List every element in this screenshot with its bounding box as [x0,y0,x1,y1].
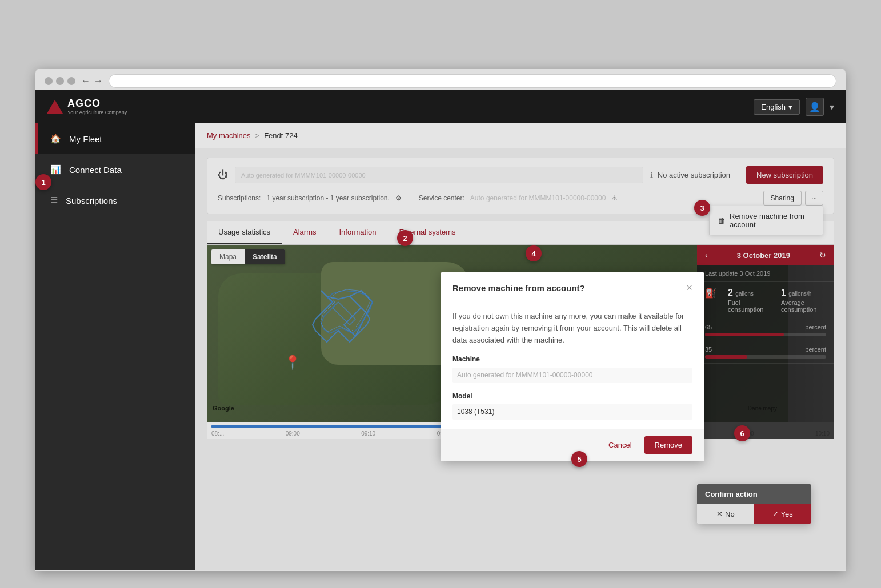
confirm-action-box: Confirm action ✕ No ✓ Yes [697,484,811,524]
sidebar: 🏠 My Fleet 📊 Connect Data ☰ Subscription… [35,123,195,570]
confirm-buttons: ✕ No ✓ Yes [697,504,811,524]
modal-model-value: 1038 (T531) [452,404,692,420]
browser-dot-red[interactable] [45,77,53,85]
step-badge-4: 4 [526,245,542,261]
confirm-yes-button[interactable]: ✓ Yes [754,504,811,524]
modal-description: If you do not own this machine any more,… [452,311,692,346]
chart-icon: 📊 [50,164,61,175]
browser-nav: ← → [81,76,103,86]
header-right: English ▾ 👤 ▾ [754,98,834,116]
logo-text: AGCO [67,98,101,109]
sidebar-label-my-fleet: My Fleet [69,134,102,144]
back-button[interactable]: ← [81,76,90,86]
chevron-down-icon: ▾ [788,103,792,111]
modal-model-label: Model [452,391,692,402]
sidebar-label-connect-data: Connect Data [69,165,122,175]
user-menu-button[interactable]: 👤 [806,98,824,116]
modal-machine-label: Machine [452,354,692,365]
modal-title-bar: Remove machine from account? × [441,272,704,301]
user-icon: 👤 [809,102,820,112]
step-badge-6: 6 [734,425,750,441]
logo-area: AGCO Your Agriculture Company [47,98,127,116]
modal-machine-value: Auto generated for MMMM101-00000-00000 [452,368,692,383]
sidebar-label-subscriptions: Subscriptions [66,196,117,206]
modal-body: If you do not own this machine any more,… [441,301,704,429]
step-badge-2: 2 [397,230,413,246]
modal-close-button[interactable]: × [686,282,692,294]
confirm-no-button[interactable]: ✕ No [697,504,754,524]
agco-triangle-icon [47,100,63,114]
header-more-button[interactable]: ▾ [830,102,834,112]
list-icon: ☰ [50,195,58,206]
sidebar-item-my-fleet[interactable]: 🏠 My Fleet [35,123,195,154]
remove-machine-modal: Remove machine from account? × If you do… [441,272,704,461]
browser-dot-yellow[interactable] [56,77,64,85]
main-content: My machines > Fendt 724 ⏻ Auto generated… [195,123,846,570]
modal-title-text: Remove machine from account? [452,283,585,293]
step-badge-1: 1 [35,174,51,190]
logo-sub: Your Agriculture Company [67,110,127,116]
sidebar-item-connect-data[interactable]: 📊 Connect Data [35,154,195,185]
language-label: English [761,103,786,111]
step-badge-3: 3 [694,200,710,216]
app-body: 🏠 My Fleet 📊 Connect Data ☰ Subscription… [35,123,846,570]
browser-dots [45,77,75,85]
cancel-button[interactable]: Cancel [602,436,638,454]
confirm-title: Confirm action [697,484,811,504]
sidebar-item-subscriptions[interactable]: ☰ Subscriptions [35,185,195,216]
forward-button[interactable]: → [94,76,103,86]
remove-button[interactable]: Remove [644,436,692,454]
browser-dot-green[interactable] [67,77,75,85]
address-bar[interactable] [109,74,836,88]
language-selector[interactable]: English ▾ [754,99,800,115]
home-icon: 🏠 [50,134,61,144]
step-badge-5: 5 [571,451,587,467]
app-header: AGCO Your Agriculture Company English ▾ … [35,90,846,123]
app-window: AGCO Your Agriculture Company English ▾ … [35,90,846,570]
